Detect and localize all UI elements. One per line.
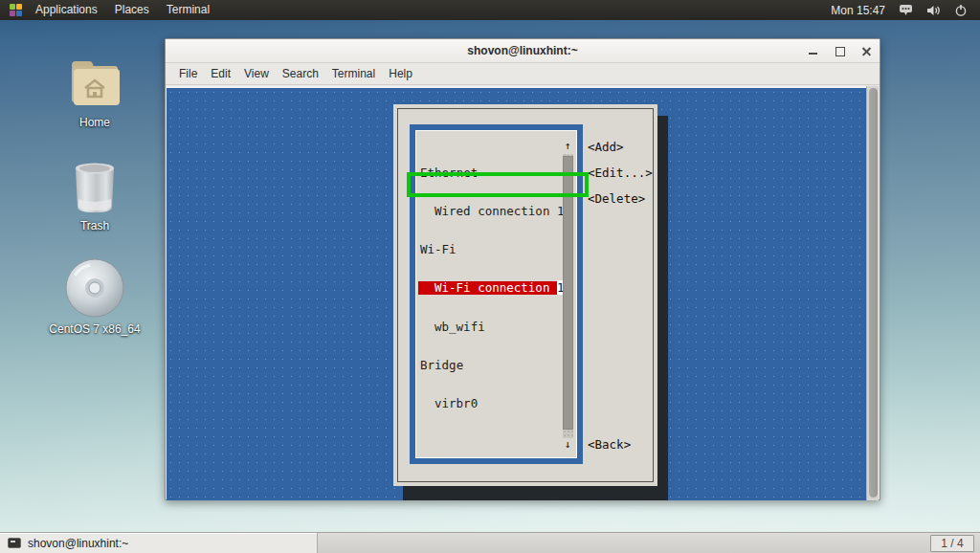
menu-terminal[interactable]: Terminal: [325, 63, 382, 85]
terminal-scrollbar[interactable]: [866, 86, 879, 500]
dialog-shadow: [403, 486, 668, 500]
home-folder-icon: [64, 52, 125, 113]
scroll-up-icon[interactable]: ↑: [562, 141, 573, 152]
list-item-wb-wifi[interactable]: wb_wifi: [416, 321, 576, 333]
delete-button[interactable]: <Delete>: [588, 192, 645, 205]
desktop-icon-cdrom[interactable]: CentOS 7 x86_64: [41, 256, 148, 336]
terminal-window: shovon@linuxhint:~ File Edit View Search…: [165, 38, 880, 500]
clock[interactable]: Mon 15:47: [831, 4, 885, 17]
menu-search[interactable]: Search: [276, 63, 325, 85]
add-button[interactable]: <Add>: [588, 141, 624, 153]
input-method-icon[interactable]: [898, 3, 913, 18]
top-panel: Applications Places Terminal Mon 15:47: [0, 0, 980, 20]
list-item-virbr0[interactable]: virbr0: [416, 397, 576, 409]
list-group-wifi: Wi-Fi: [416, 243, 576, 255]
window-titlebar[interactable]: shovon@linuxhint:~: [166, 39, 880, 63]
menu-view[interactable]: View: [237, 63, 276, 85]
back-button[interactable]: <Back>: [588, 438, 631, 451]
connection-listbox-border: Ethernet Wired connection 1 Wi-Fi Wi-Fi …: [410, 124, 583, 464]
desktop-icon-label: Home: [41, 116, 148, 129]
terminal-app-icon: [8, 538, 21, 548]
selected-item-text: Wi-Fi connection: [434, 280, 557, 295]
list-group-bridge: Bridge: [416, 359, 576, 371]
list-item-wired-connection-1[interactable]: Wired connection 1: [416, 205, 576, 217]
terminal-scrollbar-thumb[interactable]: [869, 88, 878, 498]
menu-terminal[interactable]: Terminal: [162, 0, 222, 20]
distro-logo-icon: [10, 4, 22, 16]
desktop: Applications Places Terminal Mon 15:47 H…: [0, 0, 980, 553]
menu-help[interactable]: Help: [382, 63, 419, 85]
terminal-menubar: File Edit View Search Terminal Help: [166, 63, 880, 85]
taskbar-window-button[interactable]: shovon@linuxhint:~: [0, 533, 318, 553]
bottom-taskbar: shovon@linuxhint:~ 1 / 4: [0, 532, 980, 553]
desktop-icon-label: Trash: [41, 219, 148, 232]
scroll-down-icon[interactable]: ↓: [562, 439, 573, 451]
workspace-switcher[interactable]: 1 / 4: [930, 535, 974, 552]
menu-applications[interactable]: Applications: [31, 0, 110, 20]
list-group-ethernet: Ethernet: [416, 166, 576, 179]
desktop-icon-home[interactable]: Home: [41, 52, 148, 129]
list-item-wifi-connection-1[interactable]: Wi-Fi connection 1: [418, 281, 561, 294]
trash-icon: [67, 157, 122, 216]
desktop-icon-label: CentOS 7 x86_64: [41, 322, 148, 336]
dialog-shadow: [657, 116, 668, 486]
volume-icon[interactable]: [925, 3, 941, 18]
close-icon[interactable]: [861, 46, 872, 56]
menu-edit[interactable]: Edit: [204, 63, 237, 85]
nmtui-screen: Ethernet Wired connection 1 Wi-Fi Wi-Fi …: [167, 86, 868, 500]
taskbar-window-label: shovon@linuxhint:~: [28, 537, 128, 550]
desktop-icon-trash[interactable]: Trash: [41, 157, 148, 232]
menu-places[interactable]: Places: [110, 0, 162, 20]
window-title: shovon@linuxhint:~: [467, 44, 577, 57]
cd-disc-icon: [63, 256, 126, 320]
power-icon[interactable]: [953, 3, 969, 18]
maximize-icon[interactable]: [835, 46, 845, 56]
menu-file[interactable]: File: [172, 63, 204, 85]
list-scrollbar-thumb[interactable]: [563, 156, 573, 430]
connection-list: Ethernet Wired connection 1 Wi-Fi Wi-Fi …: [415, 130, 577, 458]
edit-button[interactable]: <Edit...>: [588, 166, 653, 179]
list-scrollbar[interactable]: [563, 154, 573, 438]
nmtui-dialog: Ethernet Wired connection 1 Wi-Fi Wi-Fi …: [393, 104, 657, 486]
minimize-icon[interactable]: [808, 46, 818, 56]
